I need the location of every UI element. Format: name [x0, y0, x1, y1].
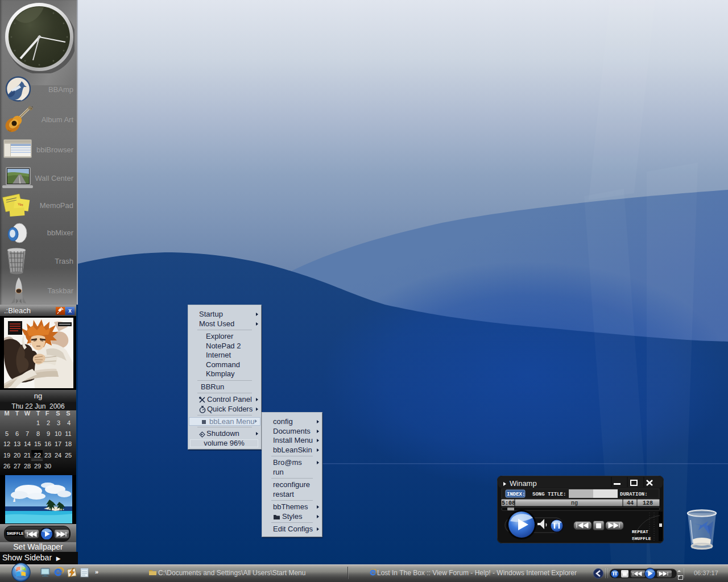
- svg-text:ng: ng: [571, 500, 578, 506]
- svg-text:44: 44: [627, 500, 634, 506]
- svg-text:Winamp: Winamp: [510, 479, 537, 488]
- svg-text:INDEX:: INDEX:: [507, 492, 525, 497]
- svg-text:DURATION:: DURATION:: [620, 492, 648, 497]
- svg-text:»: »: [95, 568, 98, 575]
- svg-text:128: 128: [643, 500, 653, 506]
- svg-text:SHUFFLE: SHUFFLE: [7, 531, 23, 536]
- svg-text:REPEAT: REPEAT: [632, 529, 648, 534]
- svg-text:SONG TITLE:: SONG TITLE:: [532, 492, 566, 497]
- svg-text:5:08: 5:08: [502, 500, 515, 506]
